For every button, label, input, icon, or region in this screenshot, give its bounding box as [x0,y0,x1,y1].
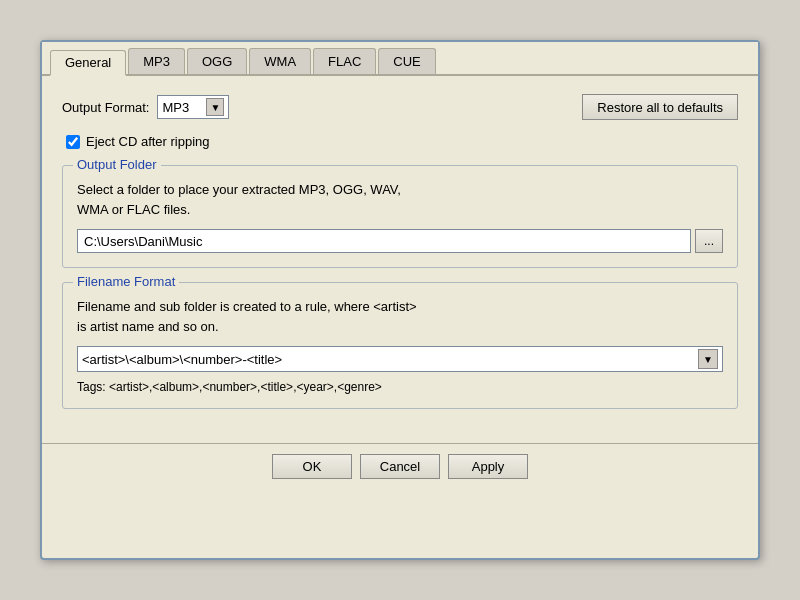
output-format-value: MP3 [162,100,202,115]
ok-button[interactable]: OK [272,454,352,479]
bottom-button-bar: OK Cancel Apply [42,443,758,493]
tab-cue[interactable]: CUE [378,48,435,74]
output-format-select[interactable]: MP3 ▼ [157,95,229,119]
filename-format-value: <artist>\<album>\<number>-<title> [82,352,698,367]
output-folder-group: Output Folder Select a folder to place y… [62,165,738,268]
apply-button[interactable]: Apply [448,454,528,479]
restore-defaults-button[interactable]: Restore all to defaults [582,94,738,120]
tab-content: Output Format: MP3 ▼ Restore all to defa… [42,76,758,439]
cancel-button[interactable]: Cancel [360,454,440,479]
output-folder-description: Select a folder to place your extracted … [77,180,723,219]
filename-format-select[interactable]: <artist>\<album>\<number>-<title> ▼ [77,346,723,372]
tags-line: Tags: <artist>,<album>,<number>,<title>,… [77,380,723,394]
output-format-label: Output Format: [62,100,149,115]
output-folder-path-row: ... [77,229,723,253]
eject-checkbox-label: Eject CD after ripping [86,134,210,149]
eject-checkbox-row: Eject CD after ripping [66,134,738,149]
output-format-row: Output Format: MP3 ▼ Restore all to defa… [62,94,738,120]
tab-flac[interactable]: FLAC [313,48,376,74]
eject-checkbox[interactable] [66,135,80,149]
filename-format-description: Filename and sub folder is created to a … [77,297,723,336]
tab-ogg[interactable]: OGG [187,48,247,74]
tab-general[interactable]: General [50,50,126,76]
output-folder-path-input[interactable] [77,229,691,253]
tab-mp3[interactable]: MP3 [128,48,185,74]
browse-folder-button[interactable]: ... [695,229,723,253]
tab-bar: General MP3 OGG WMA FLAC CUE [42,42,758,76]
settings-dialog: General MP3 OGG WMA FLAC CUE Output Form… [40,40,760,560]
output-format-dropdown-arrow[interactable]: ▼ [206,98,224,116]
filename-format-group: Filename Format Filename and sub folder … [62,282,738,409]
output-folder-legend: Output Folder [73,157,161,172]
tab-wma[interactable]: WMA [249,48,311,74]
filename-format-dropdown-arrow[interactable]: ▼ [698,349,718,369]
filename-format-legend: Filename Format [73,274,179,289]
